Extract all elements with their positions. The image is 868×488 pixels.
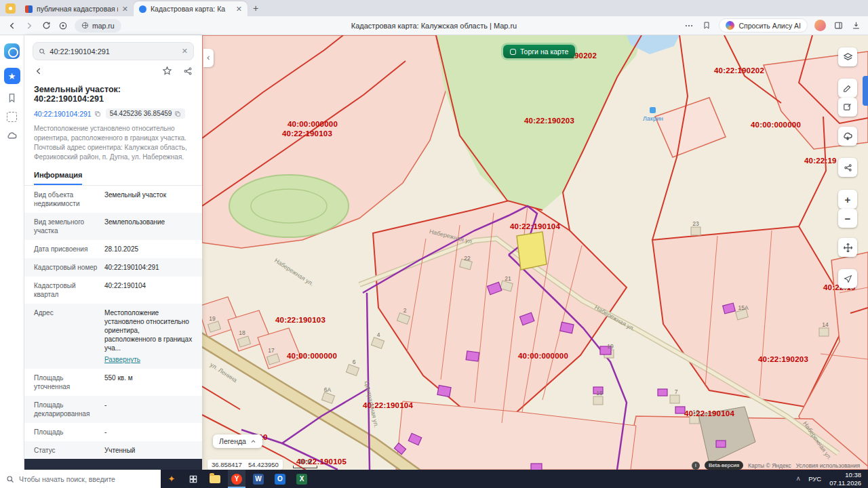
- scale-bar: 50 м: [293, 458, 317, 468]
- panel-back-icon[interactable]: [34, 66, 43, 79]
- coords-chip[interactable]: 54.425236 36.85459: [106, 108, 186, 119]
- parcel-number: 21: [505, 275, 511, 282]
- info-icon[interactable]: i: [692, 462, 700, 470]
- clear-search-icon[interactable]: ✕: [182, 47, 188, 56]
- torgi-button[interactable]: Торги на карте: [503, 45, 575, 58]
- more-icon[interactable]: [684, 20, 694, 31]
- info-panel: ✕ Земельный участок: 40:22:190104:291 40…: [24, 35, 202, 470]
- expand-link[interactable]: Развернуть: [104, 355, 140, 364]
- panels-icon[interactable]: [833, 20, 844, 31]
- table-row: Вид земельного участкаЗемлепользование: [24, 213, 202, 240]
- language-indicator[interactable]: РУС: [808, 475, 821, 483]
- panel-collapse-button[interactable]: [203, 49, 214, 67]
- clock[interactable]: 10:38 07.11.2026: [829, 471, 861, 487]
- share-map-button[interactable]: [838, 158, 857, 177]
- map-attribution: i Beta-версия Карты © Яндекс Условия исп…: [692, 461, 860, 470]
- tab-close-icon[interactable]: ✕: [122, 5, 128, 13]
- stadium-oval: [229, 175, 349, 237]
- search-icon: [6, 475, 14, 483]
- selected-parcel[interactable]: [517, 232, 547, 270]
- bookmark-flag-icon[interactable]: [701, 20, 712, 31]
- extension-icon[interactable]: [58, 20, 68, 31]
- parcel-number: 2: [403, 307, 407, 314]
- tab-title: публичная кадастровая к: [37, 5, 118, 13]
- cadastral-label: 40:22:190104: [510, 222, 560, 230]
- favorite-star-icon[interactable]: [162, 66, 172, 79]
- parcel-number: 15А: [738, 304, 748, 311]
- mail-icon[interactable]: O: [271, 470, 289, 488]
- cadastral-label: 40:22:19: [804, 157, 837, 165]
- map-search[interactable]: ✕: [33, 42, 194, 60]
- word-icon[interactable]: W: [250, 470, 267, 488]
- tab-close-icon[interactable]: ✕: [236, 5, 242, 13]
- torgi-icon: [510, 49, 516, 55]
- back-icon[interactable]: [7, 20, 18, 31]
- table-row: Дата присвоения28.10.2025: [24, 240, 202, 258]
- tab-favicon: [139, 5, 146, 13]
- parcel-title: Земельный участок: 40:22:190104:291: [34, 85, 193, 104]
- table-row: Площадь декларированная-: [24, 396, 202, 423]
- pan-button[interactable]: [838, 238, 857, 257]
- taskbar-search[interactable]: Чтобы начать поиск, введите: [0, 470, 161, 488]
- favorites-button[interactable]: ★: [4, 68, 20, 84]
- share-icon[interactable]: [183, 66, 193, 79]
- excel-icon[interactable]: X: [293, 470, 311, 488]
- browser-tab-strip: публичная кадастровая к ✕ Кадастровая ка…: [0, 0, 868, 16]
- alice-app-icon[interactable]: [4, 43, 20, 59]
- search-icon: [39, 47, 45, 56]
- tray-expand-icon[interactable]: ˄: [796, 475, 800, 483]
- chevron-up-icon: [250, 439, 256, 445]
- parcel-id-chip[interactable]: 40:22:190104:291: [34, 110, 101, 118]
- forward-icon[interactable]: [24, 20, 35, 31]
- download-icon[interactable]: [850, 20, 861, 31]
- tab-cadastral-map[interactable]: Кадастровая карта: Ка ✕: [134, 1, 248, 16]
- browser-logo-icon[interactable]: [5, 3, 16, 14]
- table-row: Кадастровый номер40:22:190104:291: [24, 258, 202, 277]
- search-input[interactable]: [50, 47, 178, 56]
- copy-icon[interactable]: [94, 110, 101, 117]
- cadastral-label: 40:22:190104: [684, 409, 734, 418]
- side-panel-handle[interactable]: [863, 76, 868, 106]
- copy-icon[interactable]: [174, 110, 181, 117]
- zoom-in-button[interactable]: +: [838, 190, 857, 209]
- parcel-number: 17: [268, 347, 275, 354]
- file-explorer-icon[interactable]: [206, 470, 224, 488]
- task-view-icon[interactable]: [184, 470, 202, 488]
- parcel-number: 22: [464, 255, 471, 262]
- widgets-weather-icon[interactable]: ✦: [163, 470, 180, 488]
- tab-information[interactable]: Информация: [34, 171, 82, 185]
- tab-title: Кадастровая карта: Ка: [151, 5, 232, 13]
- avatar[interactable]: [814, 20, 826, 31]
- parcel-number: 14: [822, 321, 829, 328]
- address-bar[interactable]: map.ru: [75, 19, 121, 33]
- table-row: Вид объекта недвижимостиЗемельный участо…: [24, 186, 202, 213]
- new-tab-button[interactable]: +: [253, 3, 258, 14]
- alice-logo-icon: [726, 21, 734, 30]
- browser-toolbar: map.ru Кадастровая карта: Калужская обла…: [0, 16, 868, 35]
- parcel-number: 19: [209, 315, 216, 322]
- cadastral-label: 40:22:190103: [282, 129, 332, 138]
- layers-button[interactable]: [838, 47, 857, 66]
- area-select-icon[interactable]: [7, 112, 17, 122]
- table-row: СтатусУчтенный: [24, 441, 202, 460]
- terms-link[interactable]: Условия использования: [796, 462, 860, 469]
- panel-footer: [24, 459, 202, 470]
- ruler-button[interactable]: [838, 79, 857, 98]
- map-canvas[interactable]: 40:22:19020240:22:19020240:00:00000040:2…: [202, 35, 868, 470]
- draw-button[interactable]: [838, 98, 857, 117]
- tab-public-cadastral[interactable]: публичная кадастровая к ✕: [20, 1, 134, 16]
- alice-button[interactable]: Спросить Алису AI: [719, 18, 808, 33]
- zoom-out-button[interactable]: −: [838, 209, 857, 228]
- site-icon: [81, 22, 89, 29]
- cloud-icon[interactable]: [6, 131, 18, 140]
- app-rail: ★: [0, 35, 24, 470]
- locate-me-button[interactable]: [838, 269, 857, 288]
- print-export-button[interactable]: [838, 127, 857, 146]
- map-area[interactable]: 40:22:19020240:22:19020240:00:00000040:2…: [202, 35, 868, 470]
- yandex-browser-icon[interactable]: Y: [228, 470, 245, 488]
- info-table: Вид объекта недвижимостиЗемельный участо…: [24, 186, 202, 470]
- legend-button[interactable]: Легенда: [213, 434, 262, 448]
- reload-icon[interactable]: [41, 20, 52, 31]
- bookmark-icon[interactable]: [7, 93, 17, 103]
- parcel-number: 4: [377, 331, 380, 338]
